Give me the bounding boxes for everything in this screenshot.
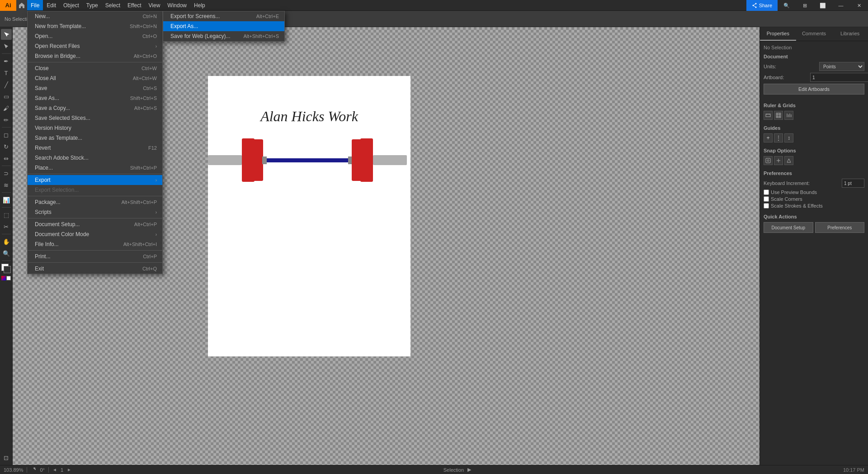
guide-icon-3[interactable]: ↕ bbox=[784, 133, 793, 142]
menu-scripts[interactable]: Scripts› bbox=[28, 207, 162, 217]
menu-document-color-mode[interactable]: Document Color Mode› bbox=[28, 229, 162, 239]
menu-type[interactable]: Type bbox=[83, 0, 102, 10]
menu-select[interactable]: Select bbox=[102, 0, 124, 10]
snap-icon-3[interactable] bbox=[784, 156, 793, 165]
none-mode-btn[interactable] bbox=[6, 276, 11, 280]
color-mode-btn[interactable] bbox=[1, 276, 6, 280]
restore-button[interactable]: ⬜ bbox=[814, 0, 832, 11]
line-tool[interactable]: ╱ bbox=[1, 79, 12, 90]
column-graph-tool[interactable]: 📊 bbox=[1, 194, 12, 205]
menu-help[interactable]: Help bbox=[190, 0, 209, 10]
menu-package[interactable]: Package...Alt+Shift+Ctrl+P bbox=[28, 197, 162, 207]
menu-close[interactable]: CloseCtrl+W bbox=[28, 63, 162, 73]
hand-tool[interactable]: ✋ bbox=[1, 236, 12, 247]
rect-tool[interactable]: ▭ bbox=[1, 91, 12, 102]
search-icon[interactable]: 🔍 bbox=[778, 0, 796, 11]
menu-window[interactable]: Window bbox=[164, 0, 190, 10]
menu-exit[interactable]: ExitCtrl+Q bbox=[28, 264, 162, 274]
menu-save[interactable]: SaveCtrl+S bbox=[28, 83, 162, 93]
ruler-icon-3[interactable] bbox=[784, 111, 793, 120]
menu-file[interactable]: File bbox=[27, 0, 43, 10]
ruler-icon-2[interactable] bbox=[774, 111, 783, 120]
type-tool[interactable]: T bbox=[1, 67, 12, 78]
share-button[interactable]: Share bbox=[746, 0, 778, 11]
menu-export-selection[interactable]: Export Selection... bbox=[28, 185, 162, 195]
fill-stroke-indicator[interactable] bbox=[1, 264, 11, 274]
width-tool[interactable]: ⊃ bbox=[1, 168, 12, 179]
rotation-angle[interactable]: 0° bbox=[40, 467, 45, 473]
menu-file-info[interactable]: File Info...Alt+Shift+Ctrl+I bbox=[28, 239, 162, 249]
tab-comments[interactable]: Comments bbox=[796, 27, 832, 41]
svg-rect-19 bbox=[776, 113, 781, 118]
scale-corners-checkbox[interactable] bbox=[764, 196, 769, 202]
menu-bar: Ai File Edit Object Type Select Effect V… bbox=[0, 0, 868, 11]
menu-items: File Edit Object Type Select Effect View… bbox=[27, 0, 209, 10]
quick-document-setup-button[interactable]: Document Setup bbox=[764, 222, 813, 233]
svg-rect-13 bbox=[360, 138, 373, 182]
artwork-svg: Alan Hicks Work bbox=[208, 76, 410, 356]
warp-tool[interactable]: ≋ bbox=[1, 180, 12, 190]
pencil-tool[interactable]: ✏ bbox=[1, 114, 12, 125]
menu-save-as[interactable]: Save As...Shift+Ctrl+S bbox=[28, 93, 162, 103]
menu-open[interactable]: Open...Ctrl+O bbox=[28, 31, 162, 41]
menu-export[interactable]: Export› bbox=[28, 175, 162, 185]
menu-browse-bridge[interactable]: Browse in Bridge...Alt+Ctrl+O bbox=[28, 51, 162, 61]
home-icon[interactable] bbox=[16, 0, 27, 11]
eraser-tool[interactable]: ◻ bbox=[1, 129, 12, 140]
tool-separator-5 bbox=[2, 207, 11, 208]
guide-icon-2[interactable]: ⋮ bbox=[774, 133, 783, 142]
menu-view[interactable]: View bbox=[145, 0, 164, 10]
paintbrush-tool[interactable]: 🖌 bbox=[1, 103, 12, 114]
snap-icon-2[interactable] bbox=[774, 156, 783, 165]
menu-new[interactable]: New...Ctrl+N bbox=[28, 11, 162, 21]
menu-open-recent[interactable]: Open Recent Files› bbox=[28, 41, 162, 51]
change-screen-mode[interactable]: ⊡ bbox=[1, 452, 12, 463]
menu-search-adobe-stock[interactable]: Search Adobe Stock... bbox=[28, 153, 162, 163]
rotate-tool[interactable]: ↻ bbox=[1, 141, 12, 152]
menu-close-all[interactable]: Close AllAlt+Ctrl+W bbox=[28, 73, 162, 83]
direct-selection-tool[interactable] bbox=[1, 41, 12, 52]
menu-save-copy[interactable]: Save a Copy...Alt+Ctrl+S bbox=[28, 103, 162, 113]
menu-document-setup[interactable]: Document Setup...Alt+Ctrl+P bbox=[28, 219, 162, 229]
close-button[interactable]: ✕ bbox=[850, 0, 868, 11]
slice-tool[interactable]: ✂ bbox=[1, 221, 12, 232]
menu-revert[interactable]: RevertF12 bbox=[28, 143, 162, 153]
reflect-tool[interactable]: ⇔ bbox=[1, 153, 12, 164]
artboard-tool[interactable]: ⬚ bbox=[1, 209, 12, 220]
artboard-current[interactable]: 1 bbox=[61, 467, 63, 473]
keyboard-inc-input[interactable] bbox=[842, 179, 864, 188]
guide-icon-1[interactable]: + bbox=[764, 133, 773, 142]
menu-effect[interactable]: Effect bbox=[124, 0, 145, 10]
tab-properties[interactable]: Properties bbox=[760, 27, 796, 41]
ruler-icon-1[interactable] bbox=[764, 111, 773, 120]
tab-libraries[interactable]: Libraries bbox=[832, 27, 868, 41]
right-panel: Properties Comments Libraries No Selecti… bbox=[760, 27, 868, 465]
quick-preferences-button[interactable]: Preferences bbox=[815, 222, 865, 233]
export-for-screens[interactable]: Export for Screens...Alt+Ctrl+E bbox=[163, 11, 284, 21]
save-for-web[interactable]: Save for Web (Legacy)...Alt+Shift+Ctrl+S bbox=[163, 31, 284, 41]
menu-place[interactable]: Place...Shift+Ctrl+P bbox=[28, 163, 162, 173]
menu-version-history[interactable]: Version History bbox=[28, 123, 162, 133]
menu-save-template[interactable]: Save as Template... bbox=[28, 133, 162, 143]
scale-strokes-checkbox[interactable] bbox=[764, 203, 769, 209]
edit-artboards-button[interactable]: Edit Artboards bbox=[764, 84, 864, 95]
snap-icon-1[interactable] bbox=[764, 156, 773, 165]
units-select[interactable]: Points Pixels Inches Millimeters bbox=[819, 62, 864, 71]
artboard-input[interactable] bbox=[810, 73, 868, 82]
minimize-button[interactable]: — bbox=[832, 0, 850, 11]
selection-tool[interactable] bbox=[1, 29, 12, 40]
snap-options-section: Snap Options bbox=[764, 148, 864, 165]
pen-tool[interactable]: ✒ bbox=[1, 56, 12, 66]
menu-object[interactable]: Object bbox=[60, 0, 83, 10]
status-triangle[interactable]: ▶ bbox=[467, 467, 471, 473]
menu-new-template[interactable]: New from Template...Shift+Ctrl+N bbox=[28, 21, 162, 31]
menu-edit[interactable]: Edit bbox=[43, 0, 60, 10]
zoom-tool[interactable]: 🔍 bbox=[1, 248, 12, 259]
export-as[interactable]: Export As... bbox=[163, 21, 284, 31]
menu-print[interactable]: Print...Ctrl+P bbox=[28, 251, 162, 261]
arrange-icon[interactable]: ⊞ bbox=[796, 0, 814, 11]
tool-separator-1 bbox=[2, 53, 11, 54]
menu-save-slices[interactable]: Save Selected Slices... bbox=[28, 113, 162, 123]
zoom-level[interactable]: 103.89% bbox=[4, 467, 23, 473]
use-preview-bounds-checkbox[interactable] bbox=[764, 190, 769, 195]
